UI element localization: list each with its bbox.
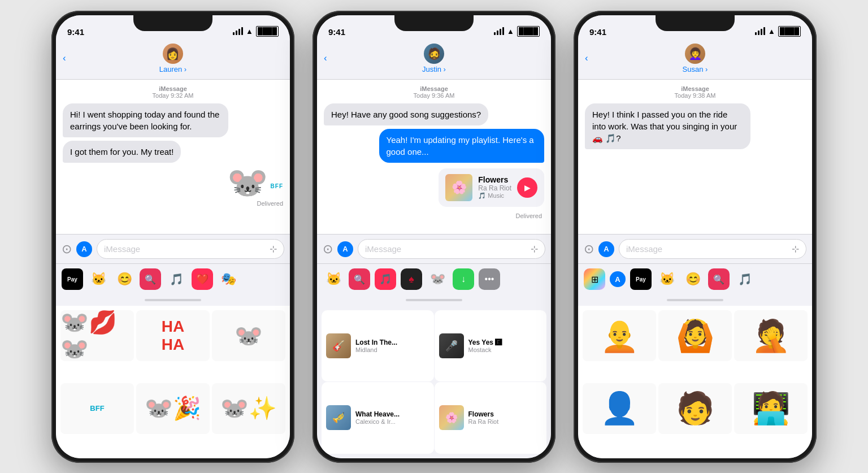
- music-title: Flowers: [478, 175, 511, 184]
- input-placeholder: iMessage: [104, 244, 140, 254]
- message-input[interactable]: iMessage ⊹: [358, 239, 545, 259]
- tray-search[interactable]: 🔍: [349, 268, 370, 290]
- tray-divider: [317, 294, 551, 306]
- camera-icon[interactable]: ⊙: [584, 242, 594, 257]
- contact-header[interactable]: 👩‍🦱 Susan ›: [683, 44, 708, 73]
- battery-icon: ████: [256, 26, 279, 37]
- sticker-4[interactable]: BFF: [60, 383, 134, 434]
- sticker-pack: 🐭💋🐭 HAHA 🐭 BFF 🐭🎉 🐭✨: [56, 306, 290, 458]
- camera-icon[interactable]: ⊙: [62, 242, 72, 257]
- tray-mickey[interactable]: 🐭: [427, 268, 448, 290]
- music-list-art: 🌸: [439, 405, 464, 430]
- phone-justin: 9:41 ▲ ████ ‹ 🧔 Justin: [313, 11, 555, 463]
- audio-icon[interactable]: ⊹: [531, 244, 538, 254]
- music-list-item-4[interactable]: 🌸 Flowers Ra Ra Riot: [435, 382, 547, 453]
- input-bar: ⊙ A iMessage ⊹: [317, 234, 551, 263]
- sticker-5[interactable]: 🐭🎉: [136, 383, 210, 434]
- tray-memoji[interactable]: 🐱: [323, 268, 344, 290]
- audio-icon[interactable]: ⊹: [792, 244, 799, 254]
- bubble-row: Hi! I went shopping today and found the …: [63, 103, 283, 137]
- app-store-button[interactable]: A: [337, 241, 353, 257]
- app-store-button[interactable]: A: [76, 241, 92, 257]
- messages-area: iMessage Today 9:38 AM Hey! I think I pa…: [578, 80, 812, 235]
- music-list-title: What Heave...: [355, 410, 429, 418]
- signal-icon: [755, 27, 765, 35]
- sticker-1[interactable]: 🐭💋🐭: [60, 310, 134, 361]
- tray-music[interactable]: 🎵: [166, 268, 187, 290]
- back-button[interactable]: ‹: [585, 53, 588, 64]
- music-list-artist: Mostack: [468, 346, 542, 353]
- tray-heart[interactable]: ❤️: [192, 268, 213, 290]
- tray-search[interactable]: 🔍: [708, 268, 730, 290]
- audio-icon[interactable]: ⊹: [270, 244, 277, 254]
- music-list-info: Yes Yes 🅴 Mostack: [468, 339, 542, 353]
- message-input[interactable]: iMessage ⊹: [619, 239, 806, 259]
- message-bubble: Hey! Have any good song suggestions?: [324, 103, 488, 125]
- contact-name: Susan ›: [683, 65, 708, 73]
- battery-icon: ████: [778, 26, 801, 37]
- message-input[interactable]: iMessage ⊹: [97, 239, 284, 259]
- tray-heart[interactable]: ♠: [401, 268, 422, 290]
- music-list-item-2[interactable]: 🎤 Yes Yes 🅴 Mostack: [435, 310, 547, 381]
- avatar: 🧔: [424, 44, 444, 64]
- memoji-6[interactable]: 🧑‍💻: [734, 383, 808, 434]
- music-list-item-1[interactable]: 🎸 Lost In The... Midland: [322, 310, 434, 381]
- tray-apple-pay[interactable]: Pay: [630, 268, 652, 290]
- status-icons: ▲ ████: [494, 26, 540, 37]
- wifi-icon: ▲: [507, 27, 514, 36]
- back-button[interactable]: ‹: [324, 53, 327, 64]
- tray-animoji[interactable]: 😊: [114, 268, 135, 290]
- tray-memoji[interactable]: 🐱: [88, 268, 109, 290]
- music-list-item-3[interactable]: 🎺 What Heave... Calexico & Ir...: [322, 382, 434, 453]
- sticker-6[interactable]: 🐭✨: [212, 383, 285, 434]
- tray-music[interactable]: 🎵: [375, 268, 396, 290]
- contact-header[interactable]: 👩 Lauren ›: [159, 44, 186, 73]
- memoji-3[interactable]: 🤦: [734, 310, 808, 361]
- signal-icon: [233, 27, 243, 35]
- sticker-bff: 🐭 BFF: [63, 166, 283, 199]
- tray-divider: [578, 294, 812, 306]
- music-list-title: Yes Yes 🅴: [468, 339, 542, 346]
- tray-stickers[interactable]: 🎭: [218, 268, 239, 290]
- memoji-4[interactable]: 👤: [583, 383, 656, 434]
- tray-download[interactable]: ↓: [453, 268, 474, 290]
- tray-animoji[interactable]: 😊: [682, 268, 704, 290]
- tray-photos[interactable]: ⊞: [584, 268, 605, 290]
- music-card[interactable]: 🌸 Flowers Ra Ra Riot 🎵 Music ▶: [439, 168, 544, 207]
- message-meta: iMessage Today 9:36 AM: [324, 85, 544, 99]
- music-art: 🌸: [445, 174, 472, 201]
- music-list-art: 🎺: [326, 405, 351, 430]
- sticker-2[interactable]: HAHA: [136, 310, 210, 361]
- tray-apple-pay[interactable]: Pay: [62, 268, 83, 290]
- delivered-label: Delivered: [63, 200, 283, 207]
- sticker-3[interactable]: 🐭: [212, 310, 285, 361]
- tray-app-store[interactable]: A: [610, 271, 626, 287]
- music-list-info: Lost In The... Midland: [355, 339, 429, 353]
- memoji-2[interactable]: 🙆: [658, 310, 732, 361]
- contact-header[interactable]: 🧔 Justin ›: [422, 44, 446, 73]
- music-list-title: Lost In The...: [355, 339, 429, 346]
- phone-lauren: 9:41 ▲ ████ ‹: [51, 11, 294, 463]
- app-tray: 🐱 🔍 🎵 ♠ 🐭 ↓ •••: [317, 263, 551, 294]
- status-time: 9:41: [589, 27, 606, 37]
- memoji-1[interactable]: 🧑‍🦲: [583, 310, 656, 361]
- camera-icon[interactable]: ⊙: [323, 242, 333, 257]
- tray-search[interactable]: 🔍: [140, 268, 161, 290]
- music-info: Flowers Ra Ra Riot 🎵 Music: [478, 175, 511, 199]
- tray-more[interactable]: •••: [479, 268, 500, 290]
- back-button[interactable]: ‹: [63, 53, 66, 64]
- tray-music[interactable]: 🎵: [734, 268, 756, 290]
- status-icons: ▲ ████: [233, 26, 279, 37]
- bubble-row: Hey! I think I passed you on the ride in…: [585, 103, 805, 149]
- memoji-5[interactable]: 🧑: [658, 383, 732, 434]
- app-store-button[interactable]: A: [598, 241, 614, 257]
- nav-bar: ‹ 🧔 Justin ›: [317, 40, 551, 80]
- delivered-label: Delivered: [324, 212, 542, 219]
- input-bar: ⊙ A iMessage ⊹: [578, 234, 812, 263]
- status-time: 9:41: [328, 27, 345, 37]
- message-bubble: I got them for you. My treat!: [63, 141, 181, 163]
- bubble-row: I got them for you. My treat!: [63, 141, 283, 163]
- play-button[interactable]: ▶: [517, 177, 537, 198]
- wifi-icon: ▲: [768, 27, 775, 36]
- tray-memoji[interactable]: 🐱: [656, 268, 678, 290]
